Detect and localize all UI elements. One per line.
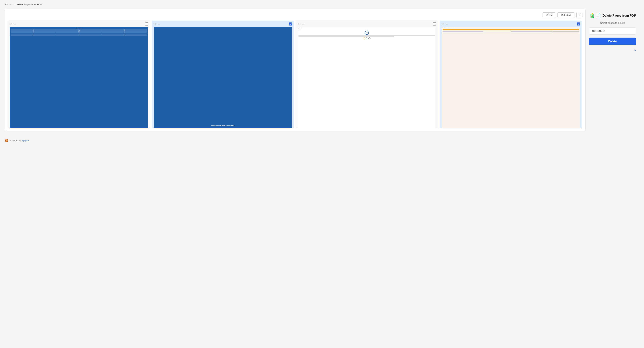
drag-icon-12[interactable]: ☰ bbox=[446, 23, 448, 25]
page-card-9: 👁 ☰ 2019 AT A GLANCE 1.6%2%1.9% 1.75%€11… bbox=[8, 21, 150, 128]
checkbox-9[interactable] bbox=[145, 22, 148, 26]
right-panel: 🧃📄 Delete Pages from PDF Select pages to… bbox=[586, 9, 639, 56]
powered-by-text: Powered by bbox=[10, 139, 21, 142]
page-card-11-header: 👁 ☰ bbox=[298, 22, 436, 26]
cookie-icon[interactable]: 🍪 bbox=[5, 138, 8, 142]
eye-icon-9[interactable]: 👁 bbox=[10, 22, 12, 26]
breadcrumb-current: Delete Pages from PDF bbox=[16, 3, 42, 6]
page-10-controls: 👁 ☰ bbox=[154, 22, 160, 26]
eye-icon-12[interactable]: 👁 bbox=[442, 22, 444, 26]
tool-subtitle: Select pages to delete bbox=[600, 22, 625, 24]
pdf-panel-header: Clear Select all ☰ bbox=[8, 12, 582, 18]
eye-icon-10[interactable]: 👁 bbox=[154, 22, 156, 26]
page-card-12-header: 👁 ☰ bbox=[442, 22, 580, 26]
page-12-controls: 👁 ☰ bbox=[442, 22, 448, 26]
clear-button[interactable]: Clear bbox=[542, 12, 556, 18]
pages-grid: 👁 ☰ 2019 AT A GLANCE 1.6%2%1.9% 1.75%€11… bbox=[8, 21, 582, 128]
page-9-controls: 👁 ☰ bbox=[10, 22, 16, 26]
footer: 🍪 Powered by Apryse bbox=[0, 136, 644, 145]
page-card-10-header: 👁 ☰ bbox=[154, 22, 292, 26]
tool-title: Delete Pages from PDF bbox=[602, 14, 636, 18]
tool-header: 🧃📄 Delete Pages from PDF bbox=[589, 13, 636, 18]
page-11-controls: 👁 ☰ bbox=[298, 22, 304, 26]
page-card-11: 👁 ☰ ANNUAL REPORT Planning Framework COR… bbox=[296, 21, 438, 128]
breadcrumb-separator: > bbox=[13, 3, 14, 6]
pdf-panel: Clear Select all ☰ 👁 ☰ 2019 AT A GLANC bbox=[5, 9, 586, 131]
expand-button[interactable]: » bbox=[634, 48, 636, 52]
delete-button[interactable]: Delete bbox=[589, 38, 636, 45]
drag-icon-11[interactable]: ☰ bbox=[302, 23, 304, 25]
drag-icon-9[interactable]: ☰ bbox=[14, 23, 16, 25]
thumbnail-11: ANNUAL REPORT Planning Framework CORE bbox=[298, 27, 436, 128]
eye-icon-11[interactable]: 👁 bbox=[298, 22, 300, 26]
menu-icon: ☰ bbox=[578, 14, 580, 16]
thumbnail-9: 2019 AT A GLANCE 1.6%2%1.9% 1.75%€111.8b… bbox=[10, 27, 148, 128]
checkbox-12[interactable] bbox=[577, 22, 580, 26]
page-card-12: 👁 ☰ COVID-21 medium-term plan progress a… bbox=[440, 21, 582, 128]
pages-to-delete-input[interactable] bbox=[589, 27, 636, 34]
thumbnail-10: MANDATE AND PLANNING FRAMEWORK. bbox=[154, 27, 292, 128]
tool-icon: 🧃📄 bbox=[589, 13, 601, 18]
brand-link[interactable]: Apryse bbox=[22, 139, 29, 142]
page-card-10: 👁 ☰ MANDATE AND PLANNING FRAMEWORK. ⊡ 10… bbox=[152, 21, 294, 128]
main-layout: Clear Select all ☰ 👁 ☰ 2019 AT A GLANC bbox=[0, 9, 644, 136]
checkbox-10[interactable] bbox=[289, 22, 292, 26]
menu-button[interactable]: ☰ bbox=[576, 12, 582, 18]
breadcrumb: Home > Delete Pages from PDF bbox=[0, 0, 644, 9]
drag-icon-10[interactable]: ☰ bbox=[158, 23, 160, 25]
select-all-button[interactable]: Select all bbox=[558, 12, 575, 18]
thumbnail-12: COVID-21 medium-term plan progress and p… bbox=[442, 27, 580, 128]
page-card-9-header: 👁 ☰ bbox=[10, 22, 148, 26]
breadcrumb-home[interactable]: Home bbox=[5, 3, 12, 6]
checkbox-11[interactable] bbox=[433, 22, 436, 26]
